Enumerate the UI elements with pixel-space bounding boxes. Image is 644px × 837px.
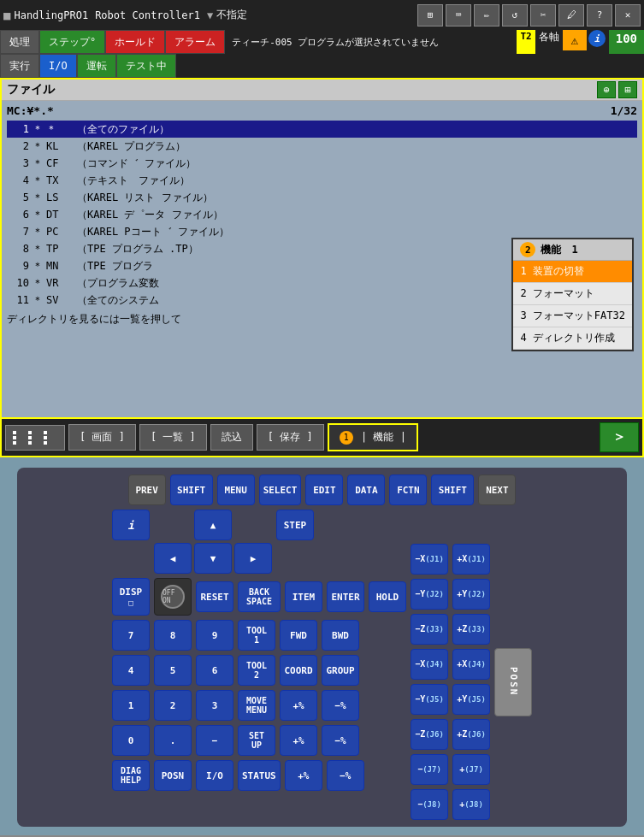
key-edit[interactable]: EDIT — [305, 474, 343, 505]
key-minus-j7[interactable]: −(J7) — [411, 754, 448, 785]
key-5[interactable]: 5 — [154, 655, 192, 686]
file-row[interactable]: 2 ＊ KL （KAREL プログラム） — [7, 138, 637, 155]
key-arrow-left[interactable]: ◀ — [154, 543, 192, 574]
key-arrow-up[interactable]: ▲ — [194, 510, 232, 540]
key-3[interactable]: 3 — [196, 690, 233, 721]
key-posn[interactable]: POSN — [494, 648, 532, 716]
key-plus-y-j2[interactable]: +Y(J2) — [452, 579, 490, 610]
key-io-bottom[interactable]: I/O — [196, 760, 233, 791]
key-item[interactable]: ITEM — [285, 581, 322, 612]
toolbar-btn-list[interactable]: [ 一覧 ] — [139, 424, 207, 451]
key-disp[interactable]: DISP □ — [112, 578, 150, 616]
menu-shori[interactable]: 処理 — [0, 30, 39, 54]
key-tool2[interactable]: TOOL2 — [238, 655, 275, 686]
key-9[interactable]: 9 — [196, 620, 233, 651]
key-minus-pct-2[interactable]: −% — [322, 725, 359, 756]
key-enter[interactable]: ENTER — [327, 581, 364, 612]
menu-jikko[interactable]: 実行 — [0, 54, 39, 78]
zoom-icon-btn[interactable]: ⊕ — [597, 81, 616, 98]
menu-io[interactable]: I/O — [39, 54, 77, 78]
refresh-icon-btn[interactable]: ↺ — [502, 4, 528, 27]
key-menu[interactable]: MENU — [217, 474, 255, 505]
tool-icon-btn[interactable]: ✂ — [530, 4, 556, 27]
key-group[interactable]: GROUP — [322, 655, 359, 686]
key-bwd[interactable]: BWD — [322, 620, 359, 651]
key-4[interactable]: 4 — [112, 655, 150, 686]
key-arrow-right[interactable]: ▶ — [234, 543, 272, 574]
menu-step[interactable]: ステップ° — [39, 30, 105, 54]
grid-icon-btn[interactable]: ⊞ — [417, 4, 443, 27]
key-fctn[interactable]: FCTN — [389, 474, 427, 505]
file-row[interactable]: 5 ＊ LS （KAREL リスト ファイル） — [7, 189, 637, 206]
key-minus-y-j2[interactable]: −Y(J2) — [411, 579, 448, 610]
key-2[interactable]: 2 — [154, 690, 192, 721]
key-plus-x-j4[interactable]: +X(J4) — [452, 649, 490, 680]
key-prev[interactable]: PREV — [128, 474, 166, 505]
key-minus-x-j1[interactable]: −X(J1) — [411, 544, 448, 575]
key-1[interactable]: 1 — [112, 690, 150, 721]
key-minus[interactable]: − — [196, 725, 233, 756]
key-minus-pct[interactable]: −% — [322, 690, 359, 721]
toolbar-btn-func[interactable]: 1 | 機能 | — [328, 423, 418, 451]
key-plus-x-j1[interactable]: +X(J1) — [452, 544, 490, 575]
key-next[interactable]: NEXT — [478, 474, 516, 505]
key-minus-j8[interactable]: −(J8) — [411, 789, 448, 820]
key-status-bottom[interactable]: STATUS — [238, 760, 281, 791]
key-shift-right[interactable]: SHIFT — [431, 474, 474, 505]
key-plus-pct[interactable]: +% — [280, 690, 317, 721]
key-reset[interactable]: RESET — [196, 581, 233, 612]
menu-alarm[interactable]: アラーム — [165, 30, 225, 54]
file-row[interactable]: 4 ＊ TX （テキスト ファイル） — [7, 172, 637, 189]
key-diag-help[interactable]: DIAGHELP — [112, 760, 150, 791]
key-data[interactable]: DATA — [347, 474, 385, 505]
key-7[interactable]: 7 — [112, 620, 150, 651]
key-minus-x-j4[interactable]: −X(J4) — [411, 649, 448, 680]
pen-icon-btn[interactable]: ✏ — [474, 4, 499, 27]
question-icon-btn[interactable]: ? — [587, 4, 612, 27]
key-plus-j8[interactable]: +(J8) — [452, 789, 490, 820]
toolbar-btn-screen[interactable]: [ 画面 ] — [68, 424, 136, 451]
key-move-menu[interactable]: MOVEMENU — [238, 690, 275, 721]
key-8[interactable]: 8 — [154, 620, 192, 651]
key-backspace[interactable]: BACKSPACE — [238, 581, 281, 612]
ctx-menu-item-2[interactable]: 2 フォーマット — [513, 283, 632, 305]
key-step[interactable]: STEP — [276, 510, 314, 540]
key-0[interactable]: 0 — [112, 725, 150, 756]
grid-menu-btn[interactable] — [5, 425, 65, 451]
key-hold[interactable]: HOLD — [369, 581, 406, 612]
key-6[interactable]: 6 — [196, 655, 233, 686]
key-dot[interactable]: . — [154, 725, 192, 756]
toolbar-btn-read[interactable]: 読込 — [210, 424, 253, 451]
file-row[interactable]: 1 ＊ ＊ （全てのファイル） — [7, 121, 637, 138]
key-minus-j8[interactable]: −% — [327, 760, 364, 791]
file-row[interactable]: 6 ＊ DT （KAREL デ゜ータ ファイル） — [7, 206, 637, 223]
key-posn-bottom[interactable]: POSN — [154, 760, 192, 791]
key-minus-y-j5[interactable]: −Y(J5) — [411, 684, 448, 715]
key-minus-z-j6[interactable]: −Z(J6) — [411, 719, 448, 750]
close-icon-btn[interactable]: ✕ — [615, 4, 641, 27]
key-plus-j7[interactable]: +% — [285, 760, 322, 791]
key-shift-left[interactable]: SHIFT — [170, 474, 213, 505]
key-plus-z-j6[interactable]: +Z(J6) — [452, 719, 490, 750]
key-fwd[interactable]: FWD — [280, 620, 317, 651]
toolbar-next-arrow[interactable]: ＞ — [600, 422, 639, 452]
key-plus-z-j3[interactable]: +Z(J3) — [452, 614, 490, 645]
split-icon-btn[interactable]: ⊞ — [618, 81, 637, 98]
pen2-icon-btn[interactable]: 🖊 — [558, 4, 584, 27]
menu-unten[interactable]: 運転 — [77, 54, 116, 78]
ctx-menu-item-3[interactable]: 3 フォーマットFAT32 — [513, 305, 632, 327]
file-row[interactable]: 3 ＊ CF （コマンド゛ ファイル） — [7, 155, 637, 172]
key-plus-pct-2[interactable]: +% — [280, 725, 317, 756]
key-plus-y-j5[interactable]: +Y(J5) — [452, 684, 490, 715]
menu-test[interactable]: テスト中 — [116, 54, 176, 78]
key-plus-j7-2[interactable]: +(J7) — [452, 754, 490, 785]
menu-hold[interactable]: ホールド — [105, 30, 165, 54]
key-off-on[interactable]: OFF ON — [154, 578, 192, 616]
key-tool1[interactable]: TOOL1 — [238, 620, 275, 651]
key-select[interactable]: SELECT — [259, 474, 302, 505]
ctx-menu-item-4[interactable]: 4 ディレクトリ作成 — [513, 327, 632, 350]
toolbar-btn-save[interactable]: [ 保存 ] — [257, 424, 324, 451]
key-setup[interactable]: SETUP — [238, 725, 275, 756]
key-arrow-down[interactable]: ▼ — [194, 543, 232, 574]
key-coord[interactable]: COORD — [280, 655, 317, 686]
